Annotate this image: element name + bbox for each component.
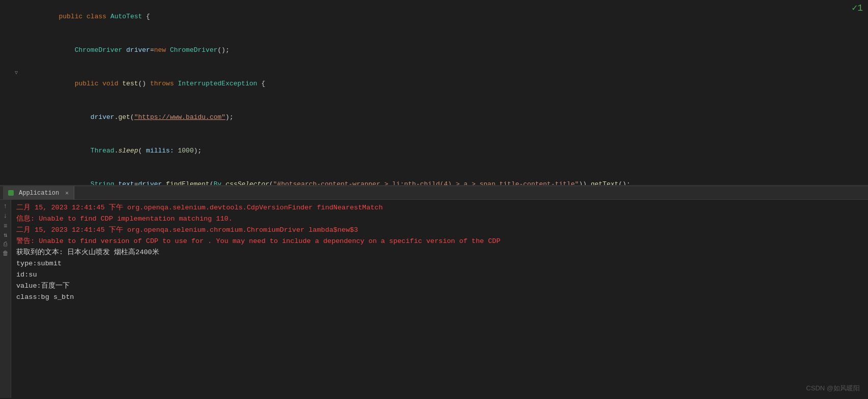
code-line-2: ChromeDriver driver=new ChromeDriver();: [0, 34, 868, 67]
code-editor: ✓1 public class AutoTest { ChromeDriver …: [0, 0, 868, 186]
console-area: ↑ ↓ ≡ ⇅ ⎙ 🗑 二月 15, 2023 12:41:45 下午 org.…: [0, 200, 868, 398]
fold-marker[interactable]: ▽: [15, 70, 18, 76]
console-line-6: type:submit: [16, 259, 863, 270]
code-content-5: Thread.sleep( millis: 1000);: [23, 134, 868, 168]
console-line-2: 信息: Unable to find CDP implementation ma…: [16, 214, 863, 225]
side-toolbar: ↑ ↓ ≡ ⇅ ⎙ 🗑: [0, 200, 11, 398]
code-content-6: String text=driver.findElement(By.cssSel…: [23, 168, 868, 186]
console-line-8: value:百度一下: [16, 281, 863, 292]
tab-app-icon: [8, 190, 14, 196]
line-number-3: ▽: [0, 70, 23, 76]
toolbar-align-up-button[interactable]: ⇅: [4, 232, 7, 238]
toolbar-print-button[interactable]: ⎙: [4, 241, 7, 248]
console-line-9: class:bg s_btn: [16, 292, 863, 303]
code-content-4: driver.get("https://www.baidu.com");: [23, 101, 868, 134]
code-line-3: ▽ public void test() throws InterruptedE…: [0, 67, 868, 101]
code-line-4: driver.get("https://www.baidu.com");: [0, 101, 868, 134]
code-content-2: ChromeDriver driver=new ChromeDriver();: [23, 34, 868, 67]
watermark: CSDN @如风暖阳: [806, 384, 860, 393]
toolbar-down-button[interactable]: ↓: [4, 212, 8, 219]
console-tab-bar: Application ✕: [0, 187, 868, 200]
console-output: 二月 15, 2023 12:41:45 下午 org.openqa.selen…: [11, 200, 868, 398]
tab-application[interactable]: Application ✕: [3, 186, 74, 200]
console-line-4: 警告: Unable to find version of CDP to use…: [16, 236, 863, 248]
code-content-3: public void test() throws InterruptedExc…: [23, 67, 868, 101]
console-line-3: 二月 15, 2023 12:41:45 下午 org.openqa.selen…: [16, 225, 863, 236]
console-line-1: 二月 15, 2023 12:41:45 下午 org.openqa.selen…: [16, 203, 863, 214]
code-content-1: public class AutoTest {: [23, 0, 868, 34]
toolbar-align-down-button[interactable]: ≡: [4, 223, 7, 229]
toolbar-clear-button[interactable]: 🗑: [3, 251, 9, 257]
console-line-5: 获取到的文本: 日本火山喷发 烟柱高2400米: [16, 248, 863, 259]
toolbar-up-button[interactable]: ↑: [4, 203, 8, 209]
code-line-1: public class AutoTest {: [0, 0, 868, 34]
code-line-5: Thread.sleep( millis: 1000);: [0, 134, 868, 168]
code-line-6: String text=driver.findElement(By.cssSel…: [0, 168, 868, 186]
tab-label: Application: [19, 190, 59, 197]
tab-close-button[interactable]: ✕: [65, 190, 69, 196]
console-line-7: id:su: [16, 270, 863, 281]
